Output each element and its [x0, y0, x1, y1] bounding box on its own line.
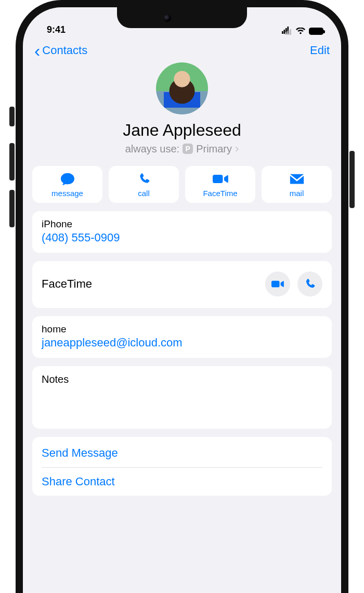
always-use-row[interactable]: always use: P Primary › [23, 142, 341, 156]
phone-label: iPhone [42, 218, 322, 230]
svg-rect-5 [287, 31, 288, 35]
svg-rect-6 [288, 30, 289, 35]
phone-value: (408) 555-0909 [42, 231, 322, 244]
phone-icon [304, 278, 316, 290]
facetime-audio-button[interactable] [297, 272, 322, 296]
actions-list-card: Send Message Share Contact [32, 437, 332, 496]
phone-frame: 9:41 ‹ Contacts Edit Jane A [16, 0, 348, 593]
always-use-prefix: always use: [125, 143, 180, 155]
svg-rect-0 [282, 31, 283, 34]
mail-button[interactable]: mail [262, 166, 332, 203]
send-message-link[interactable]: Send Message [42, 439, 322, 467]
device-notch [117, 7, 247, 28]
mail-label: mail [290, 189, 304, 198]
video-icon [213, 172, 228, 186]
share-contact-link[interactable]: Share Contact [42, 468, 322, 496]
chevron-right-icon: › [235, 142, 239, 156]
notes-label: Notes [42, 373, 322, 385]
always-use-value: Primary [196, 143, 232, 155]
email-card[interactable]: home janeappleseed@icloud.com [32, 316, 332, 358]
contact-name: Jane Appleseed [23, 121, 341, 140]
email-label: home [42, 324, 322, 335]
status-time: 9:41 [47, 24, 66, 35]
phone-icon [136, 172, 152, 186]
svg-rect-7 [290, 29, 291, 35]
chevron-left-icon: ‹ [34, 45, 40, 56]
facetime-label: FaceTime [203, 189, 237, 198]
svg-rect-1 [284, 30, 285, 34]
video-icon [271, 278, 284, 290]
message-button[interactable]: message [32, 166, 102, 203]
contact-avatar[interactable] [156, 62, 208, 114]
email-value: janeappleseed@icloud.com [42, 336, 322, 350]
edit-button[interactable]: Edit [310, 44, 330, 57]
call-button[interactable]: call [109, 166, 179, 203]
mail-icon [289, 172, 305, 186]
call-label: call [138, 189, 150, 198]
svg-rect-4 [285, 32, 286, 35]
dual-sim-icon [282, 27, 292, 35]
facetime-card-label: FaceTime [42, 277, 92, 291]
notes-card[interactable]: Notes [32, 366, 332, 429]
facetime-video-button[interactable] [265, 272, 290, 296]
message-icon [60, 172, 75, 186]
wifi-icon [295, 28, 306, 35]
back-button[interactable]: ‹ Contacts [34, 44, 87, 57]
back-label: Contacts [42, 44, 87, 57]
facetime-button[interactable]: FaceTime [185, 166, 255, 203]
facetime-card: FaceTime [32, 261, 332, 308]
sim-badge-icon: P [183, 144, 193, 154]
phone-card[interactable]: iPhone (408) 555-0909 [32, 211, 332, 253]
message-label: message [51, 189, 83, 198]
battery-icon [309, 28, 323, 35]
